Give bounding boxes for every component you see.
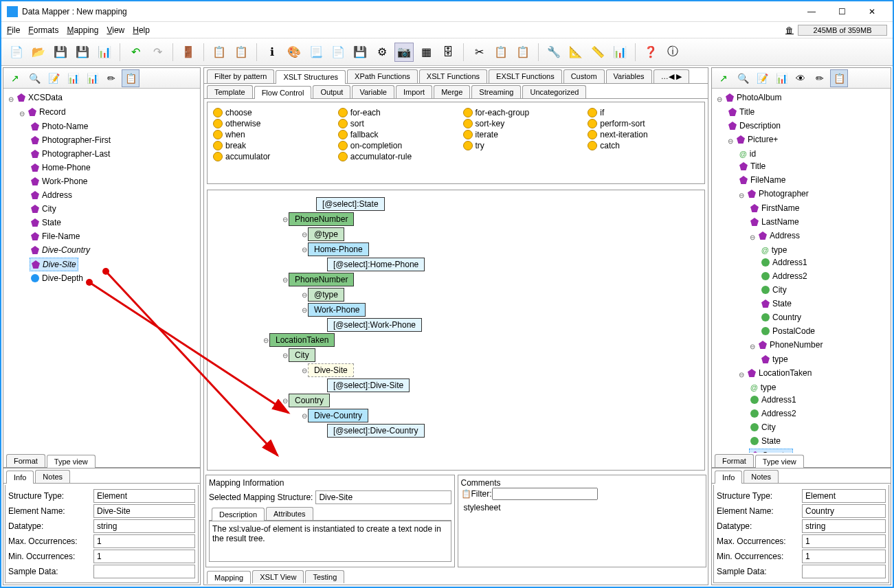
tree-item[interactable]: Dive-Country <box>30 244 91 256</box>
toggle-icon[interactable]: ⊖ <box>301 412 308 420</box>
map-node[interactable]: @type <box>308 227 344 241</box>
fn-for-each[interactable]: for-each <box>338 108 449 117</box>
source-tree[interactable]: ⊖XCSData ⊖Record Photo-NamePhotographer-… <box>3 89 200 453</box>
fn-sort-key[interactable]: sort-key <box>463 119 574 128</box>
save2-icon[interactable]: 💾 <box>350 43 370 62</box>
tree2-icon[interactable]: 👁 <box>792 69 809 87</box>
tab-description[interactable]: Description <box>212 508 265 521</box>
tab-template[interactable]: Template <box>207 85 253 98</box>
inp-en[interactable] <box>93 504 195 518</box>
map-node[interactable]: [@select]:Work-Phone <box>327 318 422 332</box>
fn-iterate[interactable]: iterate <box>463 130 574 139</box>
tab-testing[interactable]: Testing <box>305 570 344 583</box>
tree-item[interactable]: type <box>761 381 776 394</box>
tree-item[interactable]: State <box>772 297 792 310</box>
edit-icon[interactable]: ✏ <box>102 69 120 87</box>
tab-format[interactable]: Format <box>6 454 45 467</box>
tree-item[interactable]: id <box>750 148 756 160</box>
inp-min[interactable] <box>93 550 195 563</box>
tree-item[interactable]: State <box>30 216 63 229</box>
expand-icon[interactable]: ↗ <box>6 69 24 87</box>
tab-format[interactable]: Format <box>715 454 754 467</box>
notes-icon[interactable]: 📝 <box>45 69 63 87</box>
tree-item[interactable]: LastName <box>761 216 799 228</box>
db-icon[interactable]: 🗄 <box>438 43 458 62</box>
export-icon[interactable]: 📊 <box>95 43 114 62</box>
inp-min[interactable] <box>802 550 886 563</box>
edit-icon[interactable]: ✏ <box>811 69 829 87</box>
tree-item[interactable]: Address <box>770 229 800 242</box>
tree-item[interactable]: Address2 <box>772 270 807 282</box>
tree-item[interactable]: type <box>772 244 787 256</box>
tab-custom[interactable]: Custom <box>563 69 605 83</box>
tree-root[interactable]: PhotoAlbum <box>737 91 781 104</box>
map-node[interactable]: LocationTaken <box>269 333 335 347</box>
tree-item[interactable]: Address1 <box>761 394 796 406</box>
map-node[interactable]: [@select]:Dive-Site <box>327 378 410 392</box>
tree-item[interactable]: FirstName <box>761 202 799 214</box>
tree-item[interactable]: City <box>30 203 58 215</box>
tree-item[interactable]: Photographer-Last <box>30 148 111 160</box>
tree-item[interactable]: Country <box>772 311 801 324</box>
fn-break[interactable]: break <box>213 141 324 150</box>
tree-item[interactable]: Address1 <box>772 256 807 269</box>
toggle-icon[interactable]: ⊖ <box>282 216 289 223</box>
inp-sd[interactable] <box>802 565 886 578</box>
tab-streaming[interactable]: Streaming <box>471 85 521 98</box>
view-icon[interactable]: 📋 <box>122 69 139 87</box>
tab-attributes[interactable]: Attributes <box>266 507 313 520</box>
tree1-icon[interactable]: 📊 <box>772 69 790 87</box>
code-icon[interactable]: 📄 <box>328 43 348 62</box>
tool4-icon[interactable]: 📊 <box>610 43 629 62</box>
tab-notes[interactable]: Notes <box>744 470 779 483</box>
fn-accumulator-rule[interactable]: accumulator-rule <box>338 152 449 161</box>
close-button[interactable]: ✕ <box>857 2 887 21</box>
tree-item[interactable]: PhoneNumber <box>770 339 823 351</box>
tree-root[interactable]: XCSData <box>28 91 63 104</box>
tab-more[interactable]: …◀ ▶ <box>653 69 689 83</box>
tab-mapping[interactable]: Mapping <box>207 571 251 584</box>
tree-item[interactable]: Home-Phone <box>30 161 92 174</box>
fn-sort[interactable]: sort <box>338 119 449 128</box>
map-node[interactable]: Dive-Site <box>308 363 354 377</box>
inp-dt[interactable] <box>802 519 886 533</box>
tree-item[interactable]: Dive-Depth <box>30 272 85 284</box>
tab-variables[interactable]: Variables <box>606 69 652 83</box>
search-icon[interactable]: 🔍 <box>734 69 752 87</box>
tab-typeview[interactable]: Type view <box>47 455 96 468</box>
inp-st[interactable] <box>93 489 195 503</box>
help-icon[interactable]: ❓ <box>641 43 660 62</box>
fn-on-completion[interactable]: on-completion <box>338 141 449 150</box>
menu-file[interactable]: File <box>7 25 20 35</box>
search-icon[interactable]: 🔍 <box>25 69 43 87</box>
map-node[interactable]: [@select]:State <box>316 197 385 211</box>
tree-record[interactable]: Record <box>39 106 66 118</box>
toggle-icon[interactable]: ⊖ <box>301 291 308 299</box>
exit-icon[interactable]: 🚪 <box>179 43 198 62</box>
open-icon[interactable]: 📂 <box>29 43 48 62</box>
tab-merge[interactable]: Merge <box>434 85 470 98</box>
camera-icon[interactable]: 📷 <box>394 43 414 62</box>
view-icon[interactable]: 📋 <box>830 69 848 87</box>
inp-en[interactable] <box>802 504 886 518</box>
gear-icon[interactable]: ⚙ <box>372 43 392 62</box>
copy-icon[interactable]: 📋 <box>491 43 511 62</box>
info-icon[interactable]: ℹ <box>262 43 282 62</box>
tree-item[interactable]: Work-Phone <box>30 175 89 188</box>
notes-icon[interactable]: 📝 <box>753 69 771 87</box>
save-as-icon[interactable]: 💾 <box>73 43 92 62</box>
tree-item[interactable]: State <box>761 435 781 447</box>
undo-icon[interactable]: ↶ <box>126 43 145 62</box>
toggle-icon[interactable]: ⊖ <box>301 231 308 238</box>
tree1-icon[interactable]: 📊 <box>64 69 82 87</box>
tree-item[interactable]: Title <box>739 106 755 118</box>
tab-output[interactable]: Output <box>313 85 350 98</box>
inp-st[interactable] <box>802 489 886 503</box>
maximize-button[interactable]: ☐ <box>827 2 857 21</box>
tool1-icon[interactable]: 🔧 <box>544 43 563 62</box>
map-node[interactable]: PhoneNumber <box>289 273 354 286</box>
map-node[interactable]: City <box>289 348 315 362</box>
tree-item[interactable]: Address <box>30 189 74 201</box>
menu-help[interactable]: Help <box>133 25 150 35</box>
toggle-icon[interactable]: ⊖ <box>301 367 308 374</box>
